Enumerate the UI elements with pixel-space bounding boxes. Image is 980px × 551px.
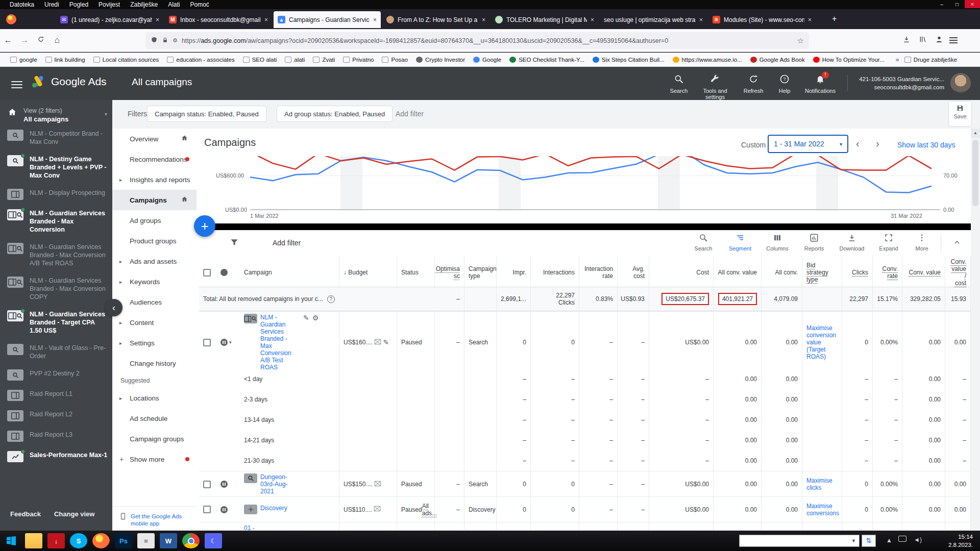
- bookmark-item[interactable]: Posao: [379, 55, 411, 64]
- edit-pencil-icon[interactable]: ✎: [303, 314, 309, 322]
- menu-icon[interactable]: [949, 36, 966, 45]
- scroll-thumb[interactable]: [972, 140, 978, 206]
- bookmark-item[interactable]: Privatno: [340, 55, 377, 64]
- bid-strategy-link[interactable]: Maximise clicks: [806, 477, 838, 491]
- taskbar-app-skype[interactable]: S: [70, 533, 87, 548]
- bookmark-item[interactable]: SEO alati: [240, 55, 280, 64]
- taskbar-app-chrome[interactable]: [182, 533, 200, 548]
- select-all-checkbox[interactable]: [203, 269, 211, 277]
- col-header[interactable]: Conv. rate: [873, 256, 902, 289]
- sidebar-campaign-item[interactable]: NLM - Guardian Services Branded - Target…: [0, 306, 112, 339]
- tab-close-icon[interactable]: ×: [156, 16, 159, 23]
- bid-strategy-link[interactable]: Maximise conversion value (Target ROAS): [806, 324, 838, 360]
- minimize-button[interactable]: –: [934, 0, 949, 8]
- bookmarks-overflow-icon[interactable]: »: [896, 56, 899, 63]
- sidebar-campaign-item[interactable]: NLM - Guardian Services Branded - Max Co…: [0, 205, 112, 238]
- bookmark-item[interactable]: https://www.amuse.io...: [670, 55, 745, 64]
- bookmark-item[interactable]: Google Ads Book: [747, 55, 808, 64]
- cell-0[interactable]: [199, 312, 216, 373]
- toolbar-action-expand[interactable]: Expand: [873, 233, 904, 252]
- sidebar-campaign-item[interactable]: NLM - Destiny Game Branded + Levels + PV…: [0, 151, 112, 184]
- bookmark-item[interactable]: Six Steps Citation Buil...: [590, 55, 668, 64]
- downloads-icon[interactable]: [898, 35, 915, 46]
- paused-status-icon[interactable]: [220, 481, 228, 488]
- paused-status-icon[interactable]: [220, 506, 228, 513]
- prev-period-button[interactable]: ‹: [856, 138, 860, 149]
- permissions-icon[interactable]: ⚙: [173, 37, 178, 44]
- browser-tab[interactable]: ✉(1 unread) - zeljko.cavar@yaho×: [56, 11, 163, 28]
- avatar[interactable]: [950, 73, 971, 93]
- bookmark-item[interactable]: Local citation sources: [90, 55, 162, 64]
- window-controls[interactable]: –□×: [934, 0, 980, 8]
- browser-tab[interactable]: From A to Z: How to Set Up a G×: [382, 11, 489, 28]
- bookmark-item[interactable]: education - associates: [164, 55, 237, 64]
- nav-item-settings[interactable]: ▸Settings: [112, 333, 197, 353]
- appbar-action-help[interactable]: ?Help: [764, 74, 805, 94]
- nav-item-overview[interactable]: Overview: [112, 129, 197, 149]
- nav-item-campaigns[interactable]: Campaigns: [112, 190, 197, 210]
- browser-tab[interactable]: ✻Modules (Site) - www.seo-cons×: [708, 11, 816, 28]
- campaign-name-link[interactable]: NLM - Guardian Services Branded - Max Co…: [260, 314, 300, 371]
- browser-tab[interactable]: seo usluge | optimizacija web strani×: [600, 11, 707, 28]
- edit-budget-icon[interactable]: ✎: [383, 338, 389, 346]
- menu-item-alati[interactable]: Alati: [163, 1, 184, 9]
- taskbar-app-firefox[interactable]: [92, 533, 110, 548]
- chevron-down-icon[interactable]: ▾: [105, 111, 107, 123]
- funnel-icon[interactable]: [229, 237, 239, 249]
- appbar-action-search[interactable]: Search: [658, 74, 699, 94]
- taskbar-app-red-app[interactable]: ↓: [47, 533, 65, 548]
- nav-item-campaign-groups[interactable]: Campaign groups: [112, 429, 197, 449]
- filter-chip[interactable]: Campaign status: Enabled, Paused: [147, 106, 266, 122]
- menu-item-datoteka[interactable]: Datoteka: [5, 1, 39, 9]
- tray-volume-icon[interactable]: ◄): [914, 536, 922, 543]
- nav-item-insights-and-reports[interactable]: ▸Insights and reports: [112, 169, 197, 190]
- nav-item-ads-and-assets[interactable]: ▸Ads and assets: [112, 251, 197, 271]
- close-button[interactable]: ×: [965, 0, 980, 8]
- col-header[interactable]: Campaign: [240, 256, 339, 289]
- col-header[interactable]: Interaction rate: [579, 256, 618, 289]
- cell-0[interactable]: [199, 497, 216, 522]
- menu-item-pogled[interactable]: Pogled: [65, 1, 93, 9]
- shield-icon[interactable]: [151, 36, 158, 45]
- tab-close-icon[interactable]: ×: [373, 16, 377, 23]
- bid-strategy-link[interactable]: Maximise conversions: [806, 503, 839, 517]
- date-range-picker[interactable]: 1 - 31 Mar 2022 ▾: [768, 135, 848, 153]
- footer-link-feedback[interactable]: Feedback: [10, 510, 41, 518]
- col-header[interactable]: All conv.: [762, 256, 802, 289]
- new-campaign-fab[interactable]: +: [194, 215, 215, 237]
- bookmark-item[interactable]: Google: [470, 55, 504, 64]
- col-header[interactable]: Conv. value / cost: [945, 256, 971, 289]
- appbar-action-notifications[interactable]: !Notifications: [800, 74, 841, 94]
- add-filter-link[interactable]: Add filter: [396, 110, 424, 118]
- sidebar-campaign-item[interactable]: Sales-Performance Max-1: [0, 446, 112, 467]
- next-period-button[interactable]: ›: [876, 138, 879, 149]
- bookmark-item[interactable]: google: [7, 55, 40, 64]
- nav-item-change-history[interactable]: Change history: [112, 353, 197, 373]
- taskbar-app-notepad[interactable]: ≡: [137, 533, 155, 548]
- toolbar-action-columns[interactable]: Columns: [762, 233, 793, 252]
- row-checkbox[interactable]: [203, 506, 211, 513]
- tray-expand-icon[interactable]: ▲: [886, 537, 892, 544]
- toolbar-action-reports[interactable]: Reports: [798, 233, 830, 252]
- sidebar-campaign-item[interactable]: NLM - Display Prospecting: [0, 184, 112, 205]
- col-header[interactable]: Bid strategy type: [802, 256, 842, 289]
- col-header[interactable]: Interactions: [531, 256, 579, 289]
- account-info[interactable]: 421-106-5003 Guardian Servic... seoconsu…: [859, 75, 944, 91]
- sidebar-campaign-item[interactable]: Raid Report L3: [0, 426, 112, 446]
- sidebar-campaign-item[interactable]: NLM - Competitor Brand - Max Conv: [0, 125, 112, 151]
- taskbar-app-photoshop[interactable]: Ps: [115, 533, 132, 548]
- show-last-30-days-link[interactable]: Show last 30 days: [897, 141, 955, 149]
- row-checkbox[interactable]: [203, 339, 211, 346]
- browser-tab[interactable]: ▲Campaigns - Guardian Services×: [274, 11, 381, 28]
- nav-item-keywords[interactable]: ▸Keywords: [112, 271, 197, 292]
- scroll-up-arrow[interactable]: ▲: [971, 129, 980, 138]
- col-header[interactable]: Impr.: [497, 256, 531, 289]
- menu-item-pomoć[interactable]: Pomoć: [186, 1, 214, 9]
- col-header[interactable]: Avg. cost: [618, 256, 649, 289]
- sidebar-campaign-item[interactable]: PVP #2 Destiny 2: [0, 365, 112, 385]
- mobile-app-link[interactable]: Get the Google Ads mobile app: [131, 513, 191, 527]
- nav-item-recommendations[interactable]: Recommendations: [112, 149, 197, 169]
- toolbar-action-download[interactable]: Download: [836, 233, 868, 252]
- nav-item-ad-groups[interactable]: Ad groups: [112, 210, 197, 231]
- taskbar-app-word[interactable]: W: [160, 533, 177, 548]
